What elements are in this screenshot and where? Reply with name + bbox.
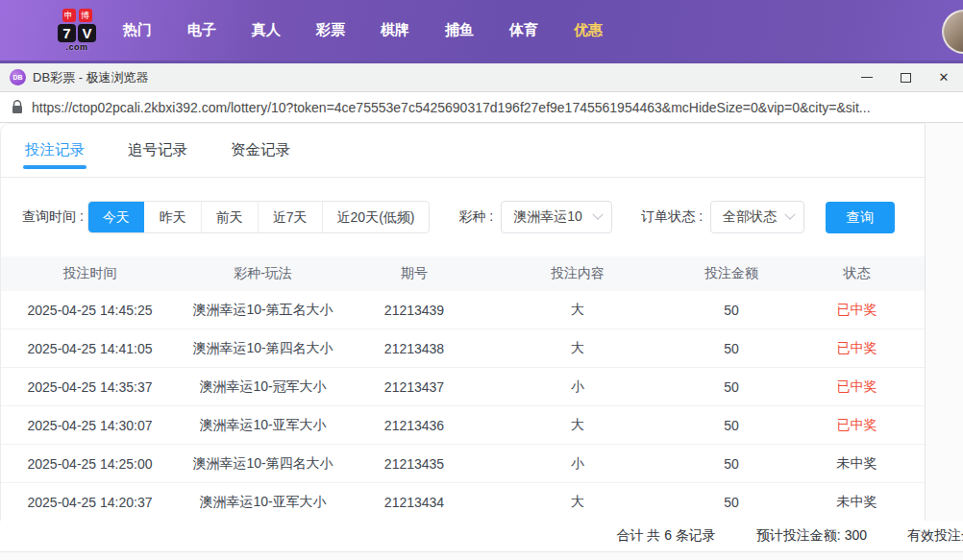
col-status: 状态 [789, 265, 925, 282]
table-header: 投注时间 彩种-玩法 期号 投注内容 投注金额 状态 [1, 256, 925, 291]
time-option-day-before[interactable]: 前天 [201, 202, 258, 232]
nav-item-electronic[interactable]: 电子 [187, 21, 216, 39]
cell-game-play: 澳洲幸运10-第四名大小 [179, 455, 347, 473]
maximize-icon [901, 73, 911, 83]
cell-bet-content: 大 [482, 302, 674, 319]
col-game-play: 彩种-玩法 [179, 265, 347, 282]
cell-game-play: 澳洲幸运10-第五名大小 [179, 302, 347, 319]
address-bar[interactable]: https://ctop02pcali.2kbxi392.com/lottery… [0, 91, 963, 123]
chevron-down-icon [593, 209, 604, 220]
time-range-group: 今天 昨天 前天 近7天 近20天(低频) [87, 201, 431, 233]
maximize-button[interactable] [886, 63, 925, 91]
cell-bet-amount: 50 [674, 456, 789, 472]
cell-bet-amount: 50 [674, 379, 789, 395]
time-option-yesterday[interactable]: 昨天 [144, 202, 201, 232]
status-badge: 未中奖 [789, 455, 925, 473]
valid-bet-amount-text: 有效投注金 [907, 527, 963, 545]
cell-bet-content: 小 [482, 455, 674, 473]
cell-game-play: 澳洲幸运10-第四名大小 [179, 340, 347, 357]
lock-icon [12, 100, 23, 114]
cell-issue: 21213435 [347, 456, 482, 472]
close-icon: ✕ [939, 71, 950, 84]
cell-bet-content: 小 [482, 378, 674, 396]
total-records-text: 合计 共 6 条记录 [616, 527, 715, 545]
user-avatar[interactable] [942, 10, 963, 54]
cell-bet-content: 大 [482, 417, 674, 434]
cell-game-play: 澳洲幸运10-冠军大小 [179, 378, 347, 396]
tab-bet-records[interactable]: 投注记录 [25, 124, 85, 177]
nav-item-chess[interactable]: 棋牌 [381, 21, 409, 39]
scrollbar-gutter [926, 123, 963, 521]
cell-bet-time: 2025-04-25 14:45:25 [1, 303, 179, 318]
summary-footer: 合计 共 6 条记录 预计投注金额: 300 有效投注金 [0, 521, 963, 552]
cell-bet-time: 2025-04-25 14:35:37 [1, 379, 179, 395]
close-button[interactable]: ✕ [925, 63, 963, 91]
cell-issue: 21213436 [347, 418, 482, 433]
status-badge: 已中奖 [789, 378, 925, 396]
records-panel: 投注记录 追号记录 资金记录 查询时间 : 今天 昨天 前天 近7天 近20天(… [0, 123, 926, 521]
table-row: 2025-04-25 14:41:05 澳洲幸运10-第四名大小 2121343… [1, 329, 925, 368]
cell-bet-time: 2025-04-25 14:20:37 [1, 495, 179, 510]
lottery-select[interactable]: 澳洲幸运10 [501, 201, 612, 233]
page-content: 投注记录 追号记录 资金记录 查询时间 : 今天 昨天 前天 近7天 近20天(… [0, 123, 963, 560]
time-option-7days[interactable]: 近7天 [258, 202, 322, 232]
logo-badge-1: 申 [62, 9, 76, 22]
minimize-button[interactable] [848, 63, 886, 91]
lottery-select-value: 澳洲幸运10 [513, 208, 582, 226]
browser-favicon: DB [10, 69, 26, 85]
url-text: https://ctop02pcali.2kbxi392.com/lottery… [32, 100, 871, 115]
nav-item-live[interactable]: 真人 [252, 21, 281, 39]
cell-game-play: 澳洲幸运10-亚军大小 [179, 494, 347, 511]
table-row: 2025-04-25 14:20:37 澳洲幸运10-亚军大小 21213434… [1, 483, 925, 521]
cell-issue: 21213438 [347, 341, 482, 356]
order-status-select[interactable]: 全部状态 [710, 201, 804, 233]
nav-item-lottery[interactable]: 彩票 [316, 21, 345, 39]
logo-tile-7: 7 [58, 24, 76, 42]
page-bottom-strip [0, 552, 963, 560]
logo-main: 7 V [58, 24, 96, 42]
cell-bet-amount: 50 [674, 418, 789, 433]
cell-bet-amount: 50 [674, 303, 789, 318]
time-option-today[interactable]: 今天 [88, 202, 144, 232]
cell-bet-time: 2025-04-25 14:25:00 [1, 456, 179, 472]
cell-bet-time: 2025-04-25 14:30:07 [1, 418, 179, 433]
lottery-filter-label: 彩种 : [458, 208, 493, 226]
tab-fund-records[interactable]: 资金记录 [231, 124, 290, 177]
nav-item-promo[interactable]: 优惠 [574, 21, 603, 39]
record-tabs: 投注记录 追号记录 资金记录 [1, 124, 925, 178]
nav-item-hot[interactable]: 热门 [123, 21, 152, 39]
status-badge: 未中奖 [789, 494, 925, 511]
table-row: 2025-04-25 14:35:37 澳洲幸运10-冠军大小 21213437… [1, 368, 925, 406]
tab-chase-records[interactable]: 追号记录 [128, 124, 187, 177]
status-badge: 已中奖 [789, 340, 925, 357]
cell-issue: 21213437 [347, 379, 482, 395]
cell-bet-amount: 50 [674, 341, 789, 356]
window-controls: ✕ [848, 63, 963, 91]
table-row: 2025-04-25 14:30:07 澳洲幸运10-亚军大小 21213436… [1, 406, 925, 445]
site-navbar: 申 博 7 V .com 热门 电子 真人 彩票 棋牌 捕鱼 体育 优惠 [0, 0, 963, 61]
cell-issue: 21213439 [347, 303, 482, 318]
status-badge: 已中奖 [789, 417, 925, 434]
order-status-label: 订单状态 : [641, 208, 703, 226]
search-button[interactable]: 查询 [826, 202, 895, 233]
cell-bet-content: 大 [482, 340, 674, 357]
chevron-down-icon [784, 209, 795, 220]
logo-badge-2: 博 [79, 9, 92, 22]
window-title: DB彩票 - 极速浏览器 [33, 69, 149, 86]
cell-bet-content: 大 [482, 494, 674, 511]
time-option-20days[interactable]: 近20天(低频) [322, 202, 430, 232]
status-badge: 已中奖 [789, 302, 925, 319]
logo-badges: 申 博 [62, 9, 92, 22]
table-row: 2025-04-25 14:25:00 澳洲幸运10-第四名大小 2121343… [1, 445, 925, 483]
window-titlebar[interactable]: DB DB彩票 - 极速浏览器 ✕ [0, 63, 963, 91]
nav-item-sports[interactable]: 体育 [509, 21, 538, 39]
logo-suffix: .com [65, 43, 87, 52]
nav-item-fishing[interactable]: 捕鱼 [445, 21, 474, 39]
site-logo[interactable]: 申 博 7 V .com [58, 9, 96, 52]
cell-bet-time: 2025-04-25 14:41:05 [1, 341, 179, 356]
cell-bet-amount: 50 [674, 495, 789, 510]
browser-window: 申 博 7 V .com 热门 电子 真人 彩票 棋牌 捕鱼 体育 优惠 DB … [0, 0, 963, 560]
minimize-icon [861, 77, 873, 78]
order-status-value: 全部状态 [723, 208, 777, 226]
logo-tile-v: V [78, 24, 96, 42]
